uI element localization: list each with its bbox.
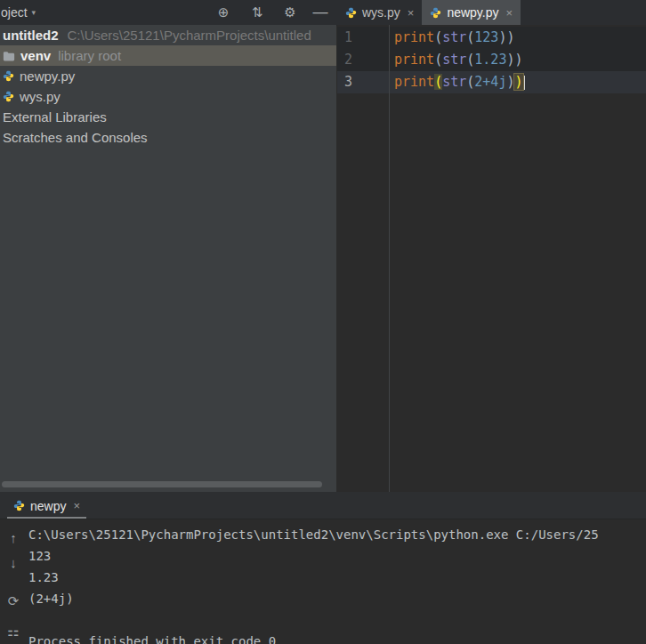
tab-label: newpy.py: [447, 5, 498, 20]
minimize-icon[interactable]: —: [309, 0, 332, 25]
top-toolbar: oject ▾ ⊕ ⇅ ⚙ — wys.py × newpy.py ×: [0, 0, 646, 26]
tree-item-label: wys.py: [20, 89, 61, 104]
tree-item-label: newpy.py: [20, 68, 75, 84]
text-caret: [523, 76, 525, 90]
line-number: 2: [337, 49, 389, 71]
scroll-down-icon[interactable]: ↓: [4, 553, 22, 571]
console-line: (2+4j): [28, 588, 646, 609]
python-file-icon: [3, 91, 14, 102]
tree-item-label: Scratches and Consoles: [3, 130, 148, 145]
tab-wys-py[interactable]: wys.py ×: [337, 0, 422, 25]
console-line: C:\Users\25121\PycharmProjects\untitled2…: [28, 524, 646, 545]
gear-icon[interactable]: ⚙: [279, 0, 302, 25]
divider-icon[interactable]: ⇅: [246, 0, 269, 25]
tree-item-label: External Libraries: [3, 109, 107, 125]
tab-newpy-py[interactable]: newpy.py ×: [422, 0, 521, 25]
chevron-down-icon: ▾: [32, 8, 36, 17]
project-tool-window: untitled2 C:\Users\25121\PycharmProjects…: [0, 25, 336, 492]
close-icon[interactable]: ×: [73, 499, 80, 512]
console-toolbar: ↑ ↓ ⟳ ⚏: [0, 519, 25, 644]
tree-item-wys[interactable]: wys.py: [0, 86, 336, 107]
code-line-3-current: 3print(str(2+4j)): [337, 71, 646, 93]
project-root-path: C:\Users\25121\PycharmProjects\untitled: [68, 28, 311, 43]
close-icon[interactable]: ×: [408, 6, 415, 20]
code-line-2: 2print(str(1.23)): [337, 49, 646, 71]
code-editor[interactable]: 1print(str(123)) 2print(str(1.23)) 3prin…: [337, 25, 646, 492]
code-text: print(str(123)): [389, 29, 514, 45]
line-number: 1: [337, 27, 389, 49]
line-number: 3: [337, 71, 389, 93]
tree-item-suffix: library root: [58, 48, 121, 63]
python-file-icon: [345, 7, 357, 19]
code-text: print(str(2+4j)): [389, 74, 525, 90]
tree-item-venv[interactable]: venv library root: [0, 45, 336, 66]
code-text: print(str(1.23)): [389, 52, 523, 68]
tree-item-root[interactable]: untitled2 C:\Users\25121\PycharmProjects…: [0, 25, 336, 45]
gutter-separator: [389, 25, 390, 492]
run-tab-newpy[interactable]: newpy ×: [7, 495, 86, 519]
console-line: [28, 609, 646, 631]
globe-icon[interactable]: ⊕: [212, 0, 235, 25]
console-line: Process finished with exit code 0: [28, 631, 646, 644]
scroll-up-icon[interactable]: ↑: [4, 528, 22, 546]
project-root-name: untitled2: [3, 28, 59, 43]
run-tab-label: newpy: [30, 499, 66, 513]
rerun-icon[interactable]: ⟳: [4, 592, 22, 610]
python-file-icon: [13, 500, 25, 511]
console-output[interactable]: C:\Users\25121\PycharmProjects\untitled2…: [28, 519, 646, 644]
editor-tab-bar: wys.py × newpy.py ×: [337, 0, 521, 25]
tree-item-external-libraries[interactable]: External Libraries: [0, 107, 336, 127]
code-line-1: 1print(str(123)): [337, 27, 646, 49]
console-line: 1.23: [28, 567, 646, 588]
python-file-icon: [3, 70, 14, 82]
project-dropdown[interactable]: oject ▾: [0, 0, 36, 25]
python-file-icon: [430, 7, 441, 19]
console-line: 123: [28, 545, 646, 567]
tab-label: wys.py: [362, 5, 400, 20]
tree-item-label: venv: [20, 48, 51, 63]
horizontal-scrollbar[interactable]: [2, 481, 322, 487]
tree-item-scratches[interactable]: Scratches and Consoles: [0, 127, 336, 148]
tree-item-newpy[interactable]: newpy.py: [0, 66, 336, 86]
run-tab-bar: newpy ×: [0, 492, 646, 519]
folder-icon: [3, 51, 15, 61]
close-icon[interactable]: ×: [506, 6, 513, 20]
soft-wrap-icon[interactable]: ⚏: [4, 623, 22, 640]
project-dropdown-label: oject: [1, 5, 28, 20]
run-tool-window: newpy × ↑ ↓ ⟳ ⚏ C:\Users\25121\PycharmPr…: [0, 492, 646, 644]
